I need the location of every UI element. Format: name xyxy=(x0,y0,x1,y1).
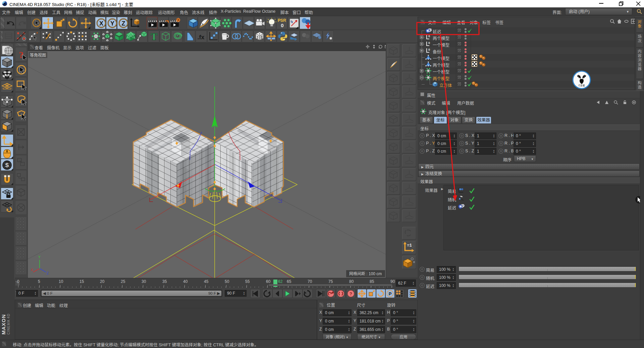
svg-text:=1: =1 xyxy=(407,243,412,248)
svg-text:Y: Y xyxy=(110,20,114,27)
svg-text:0: 0 xyxy=(281,22,283,28)
svg-text:X: X xyxy=(31,268,33,272)
svg-text:T: T xyxy=(151,31,157,42)
svg-text:.fx: .fx xyxy=(198,34,205,41)
svg-text:?: ? xyxy=(350,291,352,296)
svg-text:S: S xyxy=(5,162,9,168)
svg-text:0: 0 xyxy=(428,35,430,38)
svg-text:X: X xyxy=(99,20,103,27)
svg-text:PSR: PSR xyxy=(278,18,286,23)
svg-text:P: P xyxy=(389,291,392,296)
svg-text:Y: Y xyxy=(38,255,41,259)
svg-text:Z: Z xyxy=(47,271,49,275)
svg-text:0: 0 xyxy=(428,41,430,45)
svg-text:0: 0 xyxy=(428,48,430,51)
svg-text:网格间距 : 100 cm: 网格间距 : 100 cm xyxy=(349,271,382,276)
svg-text:Z: Z xyxy=(122,20,125,27)
